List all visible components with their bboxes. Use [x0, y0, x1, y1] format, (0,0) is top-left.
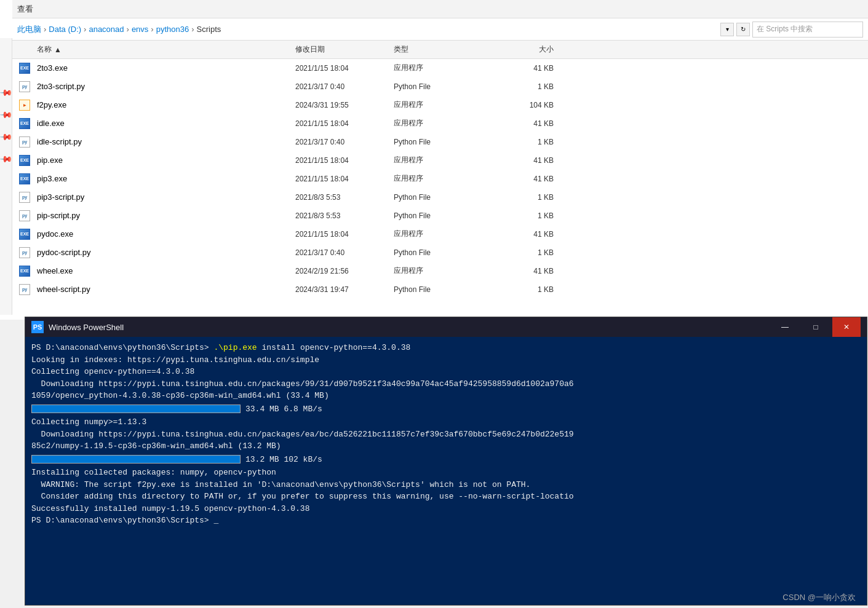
breadcrumb-refresh-btn[interactable]: ↻ — [736, 23, 750, 36]
ps-line: PS D:\anaconad\envs\python36\Scripts> _ — [31, 515, 861, 527]
file-icon: EXE — [17, 264, 32, 278]
breadcrumb-datad[interactable]: Data (D:) — [49, 25, 81, 34]
pin-icon-3[interactable]: 📌 — [0, 129, 13, 143]
file-date: 2021/8/3 5:53 — [295, 193, 394, 202]
file-name: 2to3.exe — [37, 63, 295, 73]
col-header-type[interactable]: 类型 — [394, 44, 492, 55]
file-type: 应用程序 — [394, 100, 492, 110]
file-name: pip-script.py — [37, 211, 295, 220]
file-date: 2021/1/15 18:04 — [295, 175, 394, 183]
ps-close-btn[interactable]: ✕ — [832, 317, 861, 337]
file-icon: py — [17, 282, 32, 297]
file-icon: EXE — [17, 153, 32, 168]
file-date: 2024/3/31 19:55 — [295, 101, 394, 109]
file-type: Python File — [394, 285, 492, 294]
pin-icon-2[interactable]: 📌 — [0, 107, 13, 121]
table-row[interactable]: EXE 2to3.exe 2021/1/15 18:04 应用程序 41 KB — [12, 59, 868, 77]
table-row[interactable]: ▶ f2py.exe 2024/3/31 19:55 应用程序 104 KB — [12, 96, 868, 114]
table-row[interactable]: py idle-script.py 2021/3/17 0:40 Python … — [12, 133, 868, 151]
file-size: 1 KB — [492, 211, 554, 220]
file-type: Python File — [394, 211, 492, 220]
explorer-main: 查看 此电脑 › Data (D:) › anaconad › envs › p… — [12, 0, 868, 299]
file-date: 2021/3/17 0:40 — [295, 82, 394, 91]
left-panel: 📌 📌 📌 📌 — [0, 38, 12, 315]
file-date: 2021/1/15 18:04 — [295, 119, 394, 128]
breadcrumb-python36[interactable]: python36 — [156, 25, 189, 34]
search-placeholder: 在 Scripts 中搜索 — [757, 24, 813, 34]
breadcrumb-anaconad[interactable]: anaconad — [89, 25, 124, 34]
ps-line: Successfully installed numpy-1.19.5 open… — [31, 503, 861, 515]
ps-content[interactable]: PS D:\anaconad\envs\python36\Scripts> .\… — [25, 337, 867, 605]
table-row[interactable]: py pip-script.py 2021/8/3 5:53 Python Fi… — [12, 207, 868, 225]
table-row[interactable]: py pip3-script.py 2021/8/3 5:53 Python F… — [12, 188, 868, 207]
pin-icon-4[interactable]: 📌 — [0, 151, 13, 165]
pin-icon-1[interactable]: 📌 — [0, 85, 13, 99]
ps-maximize-btn[interactable]: □ — [802, 317, 830, 337]
toolbar: 查看 — [12, 0, 868, 18]
ps-line: Downloading https://pypi.tuna.tsinghua.e… — [31, 378, 861, 390]
breadcrumb-mypc[interactable]: 此电脑 — [17, 24, 41, 35]
file-date: 2021/1/15 18:04 — [295, 230, 394, 239]
table-row[interactable]: EXE idle.exe 2021/1/15 18:04 应用程序 41 KB — [12, 114, 868, 133]
file-type: 应用程序 — [394, 63, 492, 73]
ps-progress-2: 13.2 MB 102 kB/s — [31, 454, 861, 466]
file-size: 1 KB — [492, 285, 554, 294]
file-date: 2021/1/15 18:04 — [295, 64, 394, 73]
file-icon: EXE — [17, 227, 32, 242]
ps-line: Looking in indexes: https://pypi.tuna.ts… — [31, 354, 861, 366]
file-name: pip.exe — [37, 156, 295, 165]
ps-line: Installing collected packages: numpy, op… — [31, 467, 861, 479]
table-row[interactable]: EXE pip3.exe 2021/1/15 18:04 应用程序 41 KB — [12, 170, 868, 188]
exe-icon: EXE — [19, 229, 30, 240]
file-name: idle-script.py — [37, 137, 295, 146]
py-icon: py — [19, 81, 30, 92]
file-date: 2024/2/19 21:56 — [295, 267, 394, 275]
ps-line: 1059/opencv_python-4.3.0.38-cp36-cp36m-w… — [31, 390, 861, 402]
progress-text-2: 13.2 MB 102 kB/s — [245, 454, 322, 466]
table-row[interactable]: py pydoc-script.py 2021/3/17 0:40 Python… — [12, 243, 868, 262]
file-size: 1 KB — [492, 248, 554, 257]
file-date: 2021/8/3 5:53 — [295, 211, 394, 220]
table-row[interactable]: EXE pydoc.exe 2021/1/15 18:04 应用程序 41 KB — [12, 225, 868, 243]
file-name: f2py.exe — [37, 100, 295, 109]
breadcrumb-dropdown-btn[interactable]: ▾ — [720, 23, 734, 36]
search-box[interactable]: 在 Scripts 中搜索 — [752, 22, 863, 38]
col-header-name[interactable]: 名称 ▲ — [37, 44, 295, 55]
file-size: 41 KB — [492, 119, 554, 128]
table-row[interactable]: EXE pip.exe 2021/1/15 18:04 应用程序 41 KB — [12, 151, 868, 170]
table-row[interactable]: py wheel-script.py 2024/3/31 19:47 Pytho… — [12, 280, 868, 299]
file-name: wheel-script.py — [37, 285, 295, 294]
ps-line: Downloading https://pypi.tuna.tsinghua.e… — [31, 428, 861, 441]
table-row[interactable]: py 2to3-script.py 2021/3/17 0:40 Python … — [12, 77, 868, 96]
file-type: 应用程序 — [394, 229, 492, 239]
ps-highlight: .\pip.exe — [213, 343, 257, 352]
file-type: Python File — [394, 248, 492, 257]
py-icon: py — [19, 284, 30, 295]
exe-icon: EXE — [19, 155, 30, 166]
progress-fill-1 — [32, 405, 240, 413]
py-icon: py — [19, 136, 30, 148]
file-icon: EXE — [17, 172, 32, 186]
f2py-icon: ▶ — [19, 100, 30, 111]
py-icon: py — [19, 210, 30, 221]
toolbar-view-label: 查看 — [17, 4, 33, 15]
breadcrumb-controls: ▾ ↻ 在 Scripts 中搜索 — [720, 22, 863, 38]
file-type: 应用程序 — [394, 173, 492, 184]
file-icon: py — [17, 208, 32, 223]
file-icon: py — [17, 79, 32, 94]
ps-line: PS D:\anaconad\envs\python36\Scripts> .\… — [31, 342, 861, 354]
table-row[interactable]: EXE wheel.exe 2024/2/19 21:56 应用程序 41 KB — [12, 262, 868, 280]
file-date: 2021/3/17 0:40 — [295, 248, 394, 257]
py-icon: py — [19, 192, 30, 203]
file-type: Python File — [394, 193, 492, 202]
breadcrumb-envs[interactable]: envs — [132, 25, 148, 34]
exe-icon: EXE — [19, 173, 30, 184]
ps-minimize-btn[interactable]: — — [771, 317, 799, 337]
col-header-size[interactable]: 大小 — [492, 44, 554, 55]
file-icon: EXE — [17, 61, 32, 76]
file-name: pydoc-script.py — [37, 248, 295, 257]
powershell-window: PS Windows PowerShell — □ ✕ PS D:\anacon… — [25, 317, 867, 606]
file-icon: EXE — [17, 116, 32, 131]
col-header-date[interactable]: 修改日期 — [295, 44, 394, 55]
ps-line: Collecting opencv-python==4.3.0.38 — [31, 366, 861, 378]
